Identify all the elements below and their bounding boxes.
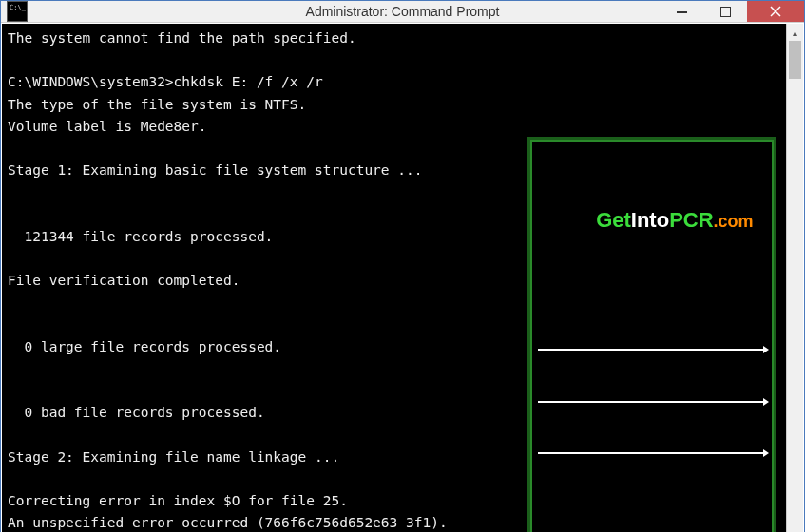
terminal-line: C:\WINDOWS\system32>chkdsk E: /f /x /r	[8, 71, 780, 93]
scroll-up-arrow-icon[interactable]: ▴	[787, 24, 803, 41]
minimize-icon	[677, 7, 687, 17]
terminal-area: The system cannot find the path specifie…	[1, 23, 804, 532]
terminal-line	[8, 49, 780, 71]
watermark-arrow-line	[538, 452, 766, 454]
svg-rect-1	[720, 7, 731, 17]
app-window: Administrator: Command Prompt The system…	[0, 0, 805, 532]
watermark-com: .com	[714, 212, 754, 231]
window-controls	[660, 1, 804, 22]
vertical-scrollbar[interactable]: ▴ ▾	[786, 24, 803, 532]
watermark-lines	[530, 300, 774, 504]
close-button[interactable]	[747, 1, 804, 22]
titlebar[interactable]: Administrator: Command Prompt	[1, 1, 804, 23]
terminal-output[interactable]: The system cannot find the path specifie…	[2, 24, 786, 532]
watermark-into: Into	[631, 208, 669, 232]
watermark-pcr: PCR	[669, 208, 713, 232]
watermark-get: Get	[596, 208, 631, 232]
minimize-button[interactable]	[660, 1, 703, 22]
maximize-button[interactable]	[703, 1, 747, 22]
scroll-thumb[interactable]	[789, 41, 801, 79]
terminal-line: The system cannot find the path specifie…	[8, 28, 780, 49]
maximize-icon	[720, 7, 731, 17]
watermark-badge: GetIntoPCR.com Download Latest Softwares	[527, 137, 776, 532]
scroll-track[interactable]	[787, 41, 803, 532]
watermark-arrow-line	[538, 349, 766, 351]
watermark-brand: GetIntoPCR.com	[530, 183, 774, 254]
close-icon	[770, 6, 781, 17]
terminal-line: Volume label is Mede8er.	[8, 116, 780, 138]
svg-rect-0	[677, 11, 687, 13]
watermark-arrow-line	[538, 401, 766, 403]
cmd-icon	[7, 1, 28, 22]
terminal-line: The type of the file system is NTFS.	[8, 94, 780, 116]
